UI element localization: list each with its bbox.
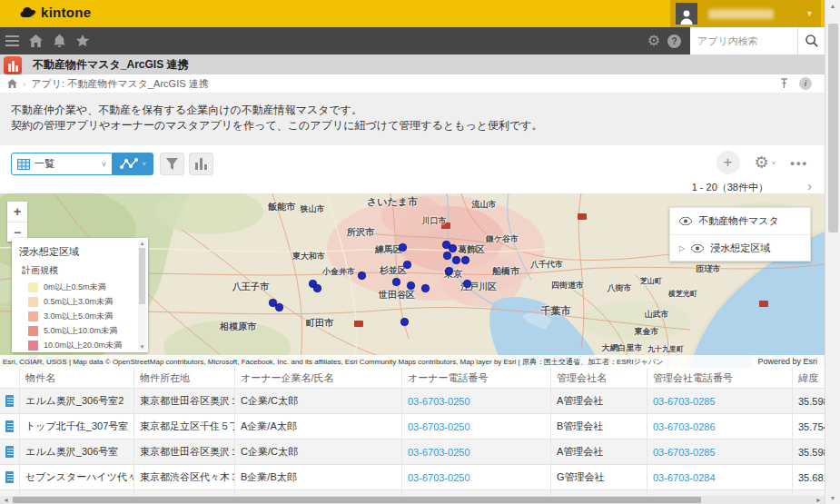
- phone-link[interactable]: 03-6703-0285: [647, 440, 793, 465]
- property-marker[interactable]: [313, 284, 321, 292]
- property-marker[interactable]: [407, 282, 415, 290]
- phone-link[interactable]: 03-6703-0286: [647, 414, 793, 440]
- info-icon[interactable]: i: [799, 77, 812, 90]
- horizontal-scrollbar[interactable]: ◄ ►: [0, 496, 825, 504]
- add-record-button[interactable]: +: [716, 151, 740, 174]
- favorites-star-icon[interactable]: [71, 27, 94, 54]
- legend-label: 5.0m以上10.0m未満: [44, 325, 117, 337]
- layer-row[interactable]: 不動産物件マスタ: [670, 208, 810, 234]
- breadcrumb-bar: › アプリ: 不動産物件マスタ_ArcGIS 連携 i: [0, 74, 825, 94]
- property-marker[interactable]: [400, 318, 409, 326]
- table-cell: C企業/C太郎: [235, 440, 402, 465]
- table-cell: A管理会社: [551, 440, 647, 465]
- phone-link[interactable]: 03-6703-0284: [647, 465, 793, 490]
- property-marker[interactable]: [392, 278, 400, 286]
- vertical-scrollbar[interactable]: ▲ ▼: [825, 0, 840, 504]
- zoom-in-button[interactable]: +: [7, 202, 27, 222]
- scroll-down-icon[interactable]: ▼: [825, 495, 840, 501]
- property-marker[interactable]: [445, 267, 453, 275]
- table-cell: 東京都世田谷区奥沢１-４-２: [134, 389, 235, 414]
- phone-link[interactable]: 03-6703-0250: [402, 414, 551, 440]
- legend-title: 浸水想定区域: [19, 245, 135, 259]
- phone-link[interactable]: 03-6703-0250: [402, 440, 551, 465]
- property-marker[interactable]: [443, 252, 451, 260]
- property-marker[interactable]: [403, 261, 411, 269]
- breadcrumb[interactable]: アプリ: 不動産物件マスタ_ArcGIS 連携: [31, 77, 208, 91]
- view-selector-dropdown[interactable]: 一覧 ˅: [11, 153, 113, 175]
- gear-icon: ⚙: [755, 154, 769, 171]
- property-marker[interactable]: [399, 243, 407, 252]
- column-header[interactable]: 管理会社電話番号: [647, 368, 793, 389]
- map-view[interactable]: さいたま市流山市飯能市狭山市川口市所沢市鎌ケ谷市練馬区葛飾区東大和市八千代市匝瑳…: [0, 193, 825, 368]
- vscroll-thumb[interactable]: [828, 24, 838, 232]
- legend-swatch: [28, 297, 38, 307]
- record-detail-icon[interactable]: [5, 446, 14, 458]
- more-options-button[interactable]: •••: [790, 156, 808, 170]
- map-layers-panel: 不動産物件マスタ▷浸水想定区域: [669, 207, 811, 262]
- breadcrumb-home-icon[interactable]: [7, 79, 17, 88]
- property-marker[interactable]: [275, 303, 283, 311]
- visibility-eye-icon[interactable]: [679, 217, 692, 225]
- visibility-eye-icon[interactable]: [691, 244, 704, 252]
- layer-row[interactable]: ▷浸水想定区域: [670, 234, 810, 261]
- property-marker[interactable]: [452, 256, 460, 264]
- table-cell: トップ北千住_307号室: [20, 414, 134, 440]
- column-header[interactable]: 緯度: [793, 368, 825, 389]
- settings-gear-icon[interactable]: ⚙: [647, 34, 660, 48]
- phone-link[interactable]: 03-6703-0250: [402, 389, 551, 414]
- notifications-bell-icon[interactable]: [47, 27, 71, 54]
- home-icon[interactable]: [24, 27, 47, 54]
- record-detail-icon[interactable]: [5, 471, 14, 483]
- pin-icon[interactable]: [780, 78, 788, 89]
- help-icon[interactable]: ?: [667, 35, 681, 48]
- legend-label: 0m以上0.5m未満: [44, 282, 106, 293]
- property-marker[interactable]: [421, 284, 430, 292]
- property-marker[interactable]: [463, 280, 471, 288]
- legend-swatch: [28, 282, 38, 292]
- column-header[interactable]: 管理会社名: [551, 368, 647, 389]
- search-input[interactable]: [690, 27, 797, 54]
- expand-triangle-icon[interactable]: ▷: [679, 244, 685, 252]
- table-cell: A管理会社: [551, 389, 647, 414]
- table-cell: 35.59856: [793, 389, 825, 414]
- legend-scrollbar[interactable]: ▲ ▼: [138, 240, 146, 351]
- next-page-button[interactable]: ›: [807, 178, 812, 193]
- column-header[interactable]: オーナー企業名/氏名: [235, 368, 402, 389]
- chart-button[interactable]: [189, 153, 213, 175]
- property-marker[interactable]: [461, 256, 469, 264]
- scroll-left-icon[interactable]: ◄: [3, 496, 9, 504]
- table-cell: エルム奥沢_306号室: [20, 440, 134, 465]
- hamburger-menu-icon[interactable]: [0, 27, 24, 54]
- scroll-down-icon[interactable]: ▼: [138, 344, 146, 350]
- legend-item: 5.0m以上10.0m未満: [28, 325, 135, 337]
- filter-button[interactable]: [160, 153, 184, 175]
- legend-swatch: [28, 311, 38, 321]
- record-detail-icon[interactable]: [5, 395, 14, 407]
- scroll-up-icon[interactable]: ▲: [138, 241, 146, 246]
- kintone-logo[interactable]: kintone: [20, 5, 91, 20]
- phone-link[interactable]: 03-6703-0285: [647, 389, 793, 414]
- powered-by-esri: Powered by Esri: [752, 355, 823, 368]
- record-detail-icon[interactable]: [5, 420, 14, 432]
- column-header[interactable]: 物件名: [20, 368, 134, 389]
- legend-subtitle: 計画規模: [22, 264, 135, 277]
- property-marker[interactable]: [358, 272, 366, 280]
- search-button[interactable]: [797, 27, 825, 54]
- scroll-up-icon[interactable]: ▲: [825, 3, 840, 9]
- table-cell: 東京都渋谷区代々木３丁目…: [134, 465, 235, 490]
- app-header: 不動産物件マスタ_ArcGIS 連携: [0, 54, 825, 74]
- app-settings-button[interactable]: ⚙ ˅: [755, 154, 776, 171]
- pagination: 1 - 20（38件中） ›: [0, 180, 825, 193]
- phone-link[interactable]: 03-6703-0250: [402, 465, 551, 490]
- scroll-right-icon[interactable]: ►: [815, 496, 822, 504]
- property-marker[interactable]: [449, 244, 457, 252]
- column-header[interactable]: 物件所在地: [134, 368, 235, 389]
- chevron-down-icon: ˅: [102, 160, 106, 169]
- layer-label: 不動産物件マスタ: [698, 214, 779, 228]
- hscroll-thumb[interactable]: [13, 497, 701, 503]
- column-header[interactable]: オーナー電話番号: [402, 368, 551, 389]
- user-menu[interactable]: ▼: [670, 0, 821, 27]
- graph-view-button[interactable]: ˅: [113, 153, 153, 175]
- table-cell: 35.75435: [793, 414, 825, 440]
- table-cell: G管理会社: [551, 465, 647, 490]
